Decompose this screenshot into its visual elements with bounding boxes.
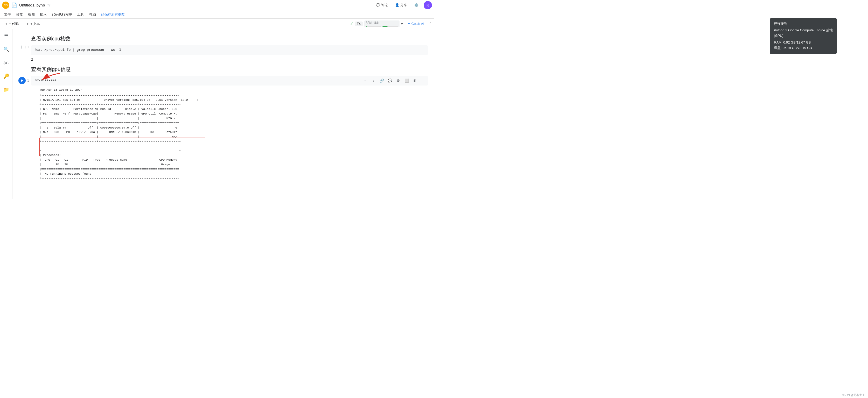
- user-avatar[interactable]: K: [424, 1, 432, 9]
- add-code-button[interactable]: ＋ + 代码: [2, 21, 21, 27]
- cell-gpu-code-text: !nvidia-smi: [34, 78, 57, 82]
- move-up-button[interactable]: ↑: [362, 77, 369, 84]
- gpu-table-container: +---------------------------------------…: [39, 93, 198, 180]
- sidebar-item-files[interactable]: 📁: [2, 85, 11, 94]
- comment-button[interactable]: 💬 评论: [374, 2, 390, 8]
- menu-tools[interactable]: 工具: [75, 11, 86, 18]
- cell-gpu-toolbar: ↑ ↓ 🔗 💬 ⚙ ⬜ 🗑 ⋮: [360, 76, 428, 85]
- runtime-controls: ✓ T4 RAM 磁盘 ▾: [350, 21, 403, 27]
- comment-cell-button[interactable]: 💬: [386, 77, 394, 84]
- sidebar-item-menu[interactable]: ☰: [2, 31, 11, 40]
- colab-logo-svg: CO: [3, 2, 9, 8]
- expand-icon[interactable]: ⌃: [429, 22, 432, 26]
- more-options-button[interactable]: ⋮: [420, 77, 427, 84]
- gpu-timestamp: Tue Apr 16 19:48:19 2024: [39, 88, 428, 92]
- sidebar-item-variables[interactable]: {x}: [2, 58, 11, 67]
- file-icon: 📄: [11, 2, 17, 8]
- cell-cpu-output: 2: [31, 57, 428, 64]
- colab-logo: CO: [2, 2, 9, 9]
- notebook-title[interactable]: Untitled1.ipynb: [19, 3, 45, 7]
- cell-gpu-gutter: 1: [19, 76, 31, 84]
- saved-status: 已保存所有更改: [99, 11, 127, 18]
- cell-cpu-code-text: !cat /proc/cpuinfo | grep processor | wc…: [34, 48, 121, 52]
- section-gpu-heading: 查看实例gpu信息: [19, 64, 428, 74]
- disk-label: 磁盘: [374, 21, 379, 25]
- left-sidebar: ☰ 🔍 {x} 🔑 📁: [0, 29, 12, 199]
- cpu-output-value: 2: [31, 58, 33, 62]
- play-icon: [20, 79, 24, 82]
- chevron-down-icon[interactable]: ▾: [401, 22, 403, 26]
- ai-star-icon: ✦: [408, 22, 410, 26]
- sidebar-item-search[interactable]: 🔍: [2, 44, 11, 54]
- ram-label: RAM: [366, 21, 372, 24]
- star-icon[interactable]: ☆: [47, 3, 51, 7]
- top-bar-actions: 💬 评论 👤 分享 ⚙️ K: [374, 1, 432, 9]
- text-plus-icon: ＋: [26, 22, 29, 26]
- notebook-content: 查看实例cpu核数 [ ] 1 !cat /proc/cpuinfo | gre…: [12, 29, 434, 199]
- cell-run-button[interactable]: [19, 77, 26, 84]
- notebook-toolbar: ＋ + 代码 ＋ + 文本 ✓ T4 RAM 磁盘 ▾ ✦: [0, 19, 434, 29]
- menu-help[interactable]: 帮助: [87, 11, 98, 18]
- share-label: 分享: [400, 3, 407, 7]
- menu-insert[interactable]: 插入: [38, 11, 49, 18]
- menu-file[interactable]: 文件: [2, 11, 13, 18]
- menu-runtime[interactable]: 代码执行程序: [50, 11, 74, 18]
- comment-icon: 💬: [376, 3, 380, 7]
- add-text-button[interactable]: ＋ + 文本: [23, 21, 42, 27]
- expand-cell-button[interactable]: ⬜: [403, 77, 410, 84]
- ram-disk-button[interactable]: RAM 磁盘: [364, 21, 400, 27]
- link-button[interactable]: 🔗: [378, 77, 385, 84]
- disk-bar: [382, 26, 388, 27]
- colab-ai-button[interactable]: ✦ Colab AI: [405, 21, 427, 27]
- gpu-table-text: +---------------------------------------…: [39, 93, 198, 180]
- cell-cpu-number: 1: [27, 45, 29, 49]
- ram-bar-container: [366, 26, 381, 27]
- gear-icon: ⚙️: [414, 3, 418, 7]
- settings-button[interactable]: ⚙️: [412, 2, 421, 8]
- top-bar: CO 📄 Untitled1.ipynb ☆ 💬 评论 👤 分享 ⚙️ K: [0, 0, 434, 10]
- disk-bar-container: [382, 26, 398, 27]
- cell-cpu-body[interactable]: !cat /proc/cpuinfo | grep processor | wc…: [31, 45, 428, 55]
- add-text-label: + 文本: [30, 22, 40, 26]
- cell-cpu-gutter: [ ] 1: [19, 45, 31, 49]
- main-layout: ☰ 🔍 {x} 🔑 📁 查看实例cpu核数 [ ] 1 !cat /proc/c…: [0, 29, 434, 199]
- delete-cell-button[interactable]: 🗑: [411, 77, 418, 84]
- gpu-output: Tue Apr 16 19:48:19 2024 +--------------…: [39, 88, 428, 181]
- share-icon: 👤: [395, 3, 399, 7]
- section-cpu-heading: 查看实例cpu核数: [19, 33, 428, 43]
- add-code-label: + 代码: [9, 22, 19, 26]
- cell-gpu-number: 1: [27, 79, 29, 82]
- connected-check-icon: ✓: [350, 21, 353, 26]
- plus-icon: ＋: [5, 22, 8, 26]
- sidebar-item-secrets[interactable]: 🔑: [2, 71, 11, 81]
- cell-cpu-code: [ ] 1 !cat /proc/cpuinfo | grep processo…: [19, 45, 428, 55]
- svg-marker-2: [21, 79, 23, 82]
- runtime-badge[interactable]: T4: [355, 22, 363, 26]
- menu-edit[interactable]: 修改: [14, 11, 25, 18]
- menu-bar: 文件 修改 视图 插入 代码执行程序 工具 帮助 已保存所有更改: [0, 10, 434, 19]
- cell-cpu-brackets: [ ]: [21, 45, 26, 49]
- menu-view[interactable]: 视图: [26, 11, 37, 18]
- cell-gpu-code: 1 !nvidia-smi ↑ ↓ 🔗 💬: [19, 76, 428, 86]
- comment-label: 评论: [381, 3, 388, 7]
- settings-cell-button[interactable]: ⚙: [395, 77, 402, 84]
- share-button[interactable]: 👤 分享: [393, 2, 409, 8]
- move-down-button[interactable]: ↓: [370, 77, 377, 84]
- svg-text:CO: CO: [4, 4, 8, 7]
- colab-ai-label: Colab AI: [411, 22, 424, 26]
- ram-bar: [366, 26, 367, 27]
